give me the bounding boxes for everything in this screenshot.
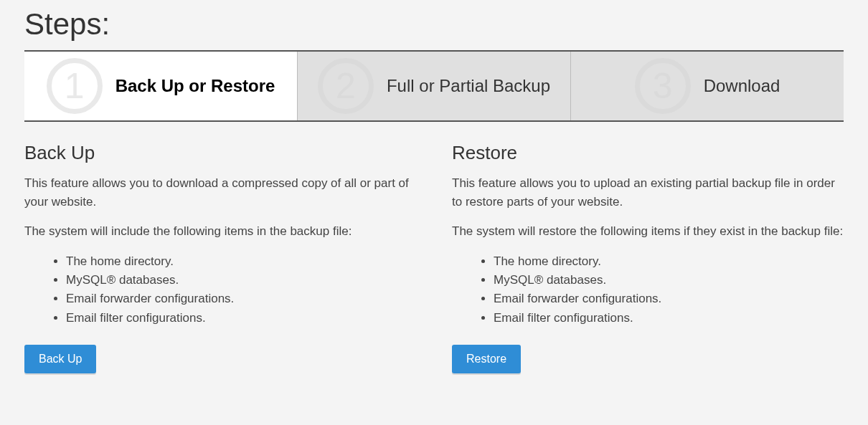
list-item: MySQL® databases. — [66, 271, 416, 290]
step-label: Back Up or Restore — [115, 76, 275, 96]
back-up-button[interactable]: Back Up — [24, 345, 96, 373]
restore-section: Restore This feature allows you to uploa… — [452, 142, 844, 373]
page-title: Steps: — [24, 7, 844, 42]
step-number-icon: 2 — [318, 58, 374, 114]
list-item: Email forwarder configurations. — [494, 290, 844, 308]
list-item: MySQL® databases. — [494, 271, 844, 290]
list-item: The home directory. — [66, 252, 416, 271]
step-download[interactable]: 3 Download — [571, 52, 844, 120]
backup-list-intro: The system will include the following it… — [24, 222, 416, 241]
list-item: Email filter configurations. — [66, 309, 416, 328]
backup-description: This feature allows you to download a co… — [24, 174, 416, 211]
restore-list-intro: The system will restore the following it… — [452, 222, 844, 241]
restore-description: This feature allows you to upload an exi… — [452, 174, 844, 211]
step-full-or-partial-backup[interactable]: 2 Full or Partial Backup — [298, 52, 571, 120]
steps-wizard: 1 Back Up or Restore 2 Full or Partial B… — [24, 50, 844, 122]
step-label: Download — [704, 76, 780, 96]
backup-section: Back Up This feature allows you to downl… — [24, 142, 416, 373]
step-back-up-or-restore[interactable]: 1 Back Up or Restore — [24, 52, 298, 120]
content-columns: Back Up This feature allows you to downl… — [24, 142, 844, 373]
step-number-icon: 1 — [47, 58, 103, 114]
list-item: Email filter configurations. — [494, 309, 844, 328]
step-number-icon: 3 — [635, 58, 691, 114]
list-item: Email forwarder configurations. — [66, 290, 416, 308]
list-item: The home directory. — [494, 252, 844, 271]
restore-heading: Restore — [452, 142, 844, 164]
restore-button[interactable]: Restore — [452, 345, 521, 373]
restore-items-list: The home directory. MySQL® databases. Em… — [452, 252, 844, 328]
backup-heading: Back Up — [24, 142, 416, 164]
backup-items-list: The home directory. MySQL® databases. Em… — [24, 252, 416, 328]
step-label: Full or Partial Backup — [387, 76, 550, 96]
